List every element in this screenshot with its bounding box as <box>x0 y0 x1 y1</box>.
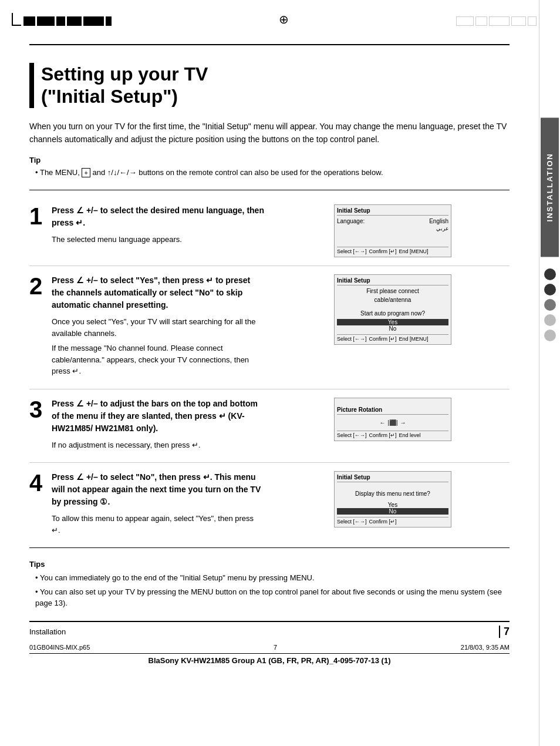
step-4-mockup: Initial Setup Display this menu next tim… <box>334 471 451 527</box>
tips-item-1: • You can immediately go to the end of t… <box>29 572 510 584</box>
intro-text: When you turn on your TV for the first t… <box>29 120 510 146</box>
step-4-sub1: To allow this menu to appear again, sele… <box>52 513 264 536</box>
bar <box>456 16 474 26</box>
title-line2: ("Initial Setup") <box>41 86 178 107</box>
page: Setting up your TV ("Initial Setup") Whe… <box>0 38 560 746</box>
screen-1-select: Select [←→] <box>337 248 367 254</box>
step-2-number: 2 <box>29 274 47 298</box>
title-section: Setting up your TV ("Initial Setup") <box>29 63 510 108</box>
main-content: Setting up your TV ("Initial Setup") Whe… <box>0 38 539 746</box>
step-3-main-text: Press ∠ +/– to adjust the bars on the to… <box>52 398 264 435</box>
bar <box>528 16 537 26</box>
screen-4-question: Display this menu next time? <box>337 490 448 497</box>
tip-content: The MENU, + and ↑/↓/←/→ buttons on the r… <box>40 168 383 177</box>
bar <box>23 16 35 26</box>
screen-1-confirm: Confirm [↵] <box>369 248 397 254</box>
tips-section: Tips • You can immediately go to the end… <box>29 560 510 609</box>
screen-3-title: Picture Rotation <box>337 406 448 415</box>
tip-section: Tip • The MENU, + and ↑/↓/←/→ buttons on… <box>29 156 510 179</box>
screen-3-controls: ← |⬛| → <box>337 417 448 428</box>
screen-2-end: End [MENU] <box>399 336 429 342</box>
step-4-left: 4 Press ∠ +/– to select "No", then press… <box>29 471 264 539</box>
screen-1-lang-label: Language: <box>337 218 365 224</box>
screen-4-no: No <box>337 508 448 515</box>
screen-1-title: Initial Setup <box>337 207 448 216</box>
sub-footer: 01GB04INS-MIX.p65 7 21/8/03, 9:35 AM <box>29 641 510 653</box>
header-divider <box>29 44 510 45</box>
step-3-number: 3 <box>29 398 47 421</box>
white-bars-right <box>456 16 537 26</box>
screen-3-left-arrow: ← <box>379 419 385 426</box>
screen-2-connect1: First please connect <box>337 288 448 294</box>
left-corner-marks <box>12 13 112 26</box>
screen-3-footer: Select [←→] Confirm [↵] End level <box>337 431 448 438</box>
screen-2-auto-q: Start auto program now? <box>337 310 448 317</box>
corner-mark-left <box>12 13 21 26</box>
top-registration: ⊕ <box>0 0 560 38</box>
screen-1-lang-row: Language: English <box>337 218 448 224</box>
step-3-mockup: Picture Rotation ← |⬛| → Select [←→] Con… <box>334 398 451 441</box>
step-2-section: 2 Press ∠ +/– to select "Yes", then pres… <box>29 266 510 389</box>
step-1-number: 1 <box>29 204 47 228</box>
step-1-content: Press ∠ +/– to select the desired menu l… <box>52 204 264 249</box>
step-3-content: Press ∠ +/– to adjust the bars on the to… <box>52 398 264 455</box>
screen-2-no: No <box>337 325 448 332</box>
step-3-left: 3 Press ∠ +/– to adjust the bars on the … <box>29 398 264 455</box>
right-corner-marks <box>456 13 548 26</box>
sidebar-dot-5 <box>544 330 556 341</box>
crosshair-center: ⊕ <box>279 12 289 26</box>
sub-footer-left: 01GB04INS-MIX.p65 <box>29 644 90 651</box>
bar <box>37 16 55 26</box>
step-1-left: 1 Press ∠ +/– to select the desired menu… <box>29 204 264 257</box>
screen-4-footer: Select [←→] Confirm [↵] <box>337 517 448 525</box>
bar <box>83 16 104 26</box>
sidebar-dot-1 <box>544 268 556 280</box>
sidebar-dot-4 <box>544 314 556 326</box>
step-1-number-row: 1 Press ∠ +/– to select the desired menu… <box>29 204 264 249</box>
step-2-screen: Initial Setup First please connect cable… <box>276 274 510 381</box>
sidebar-dot-3 <box>544 299 556 311</box>
step-2-content: Press ∠ +/– to select "Yes", then press … <box>52 274 264 381</box>
sidebar-right: INSTALLATION <box>539 0 560 746</box>
page-title: Setting up your TV ("Initial Setup") <box>41 63 510 108</box>
screen-3-select: Select [←→] <box>337 432 367 438</box>
screen-2-select: Select [←→] <box>337 336 367 342</box>
bar <box>67 16 82 26</box>
black-bars-left <box>23 16 112 26</box>
tips-label: Tips <box>29 560 510 569</box>
step-4-main-text: Press ∠ +/– to select "No", then press ↵… <box>52 471 264 508</box>
page-number: 7 <box>499 626 510 638</box>
step-4-number: 4 <box>29 471 47 495</box>
screen-3-confirm: Confirm [↵] <box>369 432 397 438</box>
screen-3-bar-indicator: |⬛| <box>387 419 397 426</box>
divider-top <box>29 190 510 190</box>
tip-text: • The MENU, + and ↑/↓/←/→ buttons on the… <box>29 167 510 179</box>
step-3-number-row: 3 Press ∠ +/– to adjust the bars on the … <box>29 398 264 455</box>
screen-1-arabic: عربي <box>436 226 448 231</box>
step-4-screen: Initial Setup Display this menu next tim… <box>276 471 510 539</box>
screen-2-footer: Select [←→] Confirm [↵] End [MENU] <box>337 334 448 342</box>
screen-1-end: End [MENU] <box>399 248 429 254</box>
screen-4-title: Initial Setup <box>337 474 448 482</box>
step-4-content: Press ∠ +/– to select "No", then press ↵… <box>52 471 264 539</box>
step-1-main-text: Press ∠ +/– to select the desired menu l… <box>52 204 264 229</box>
step-4-section: 4 Press ∠ +/– to select "No", then press… <box>29 463 510 548</box>
screen-4-select: Select [←→] <box>337 519 367 525</box>
sidebar-dot-2 <box>544 284 556 295</box>
step-2-sub2: If the message "No channel found. Please… <box>52 342 264 377</box>
bar <box>56 16 65 26</box>
bar <box>489 16 510 26</box>
tip-label: Tip <box>29 156 510 164</box>
tip-bullet: • <box>35 168 40 177</box>
bottom-brand: BlaSony KV-HW21M85 Group A1 (GB, FR, PR,… <box>29 653 510 665</box>
step-1-mockup: Initial Setup Language: English عربي Sel… <box>334 204 451 257</box>
step-3-screen: Picture Rotation ← |⬛| → Select [←→] Con… <box>276 398 510 455</box>
page-number-area: 7 <box>499 626 510 638</box>
screen-4-yes: Yes <box>337 502 448 508</box>
screen-1-footer: Select [←→] Confirm [↵] End [MENU] <box>337 247 448 254</box>
sidebar-installation-label: INSTALLATION <box>541 117 559 257</box>
screen-3-right-arrow: → <box>400 419 406 426</box>
screen-2-confirm: Confirm [↵] <box>369 336 397 342</box>
screen-2-yes: Yes <box>337 319 448 325</box>
step-2-left: 2 Press ∠ +/– to select "Yes", then pres… <box>29 274 264 381</box>
